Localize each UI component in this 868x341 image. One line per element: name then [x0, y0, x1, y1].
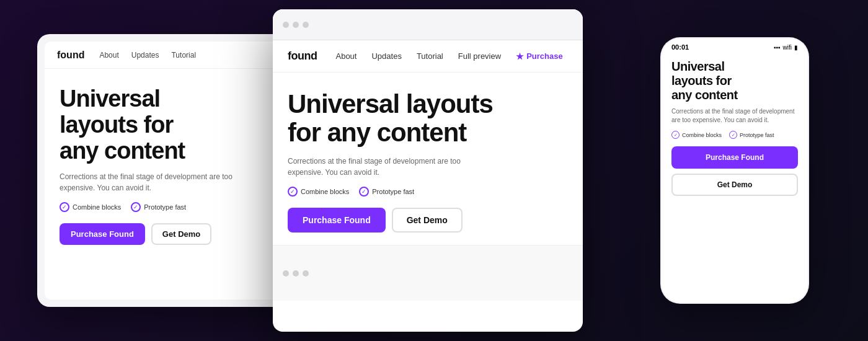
phone-check-2: ✓	[729, 131, 737, 139]
browser-nav-about[interactable]: About	[335, 51, 356, 61]
tablet-logo: found	[57, 50, 84, 61]
tablet-hero-subtitle: Corrections at the final stage of develo…	[60, 171, 246, 193]
browser-feature-prototype: ✓ Prototype fast	[359, 187, 414, 197]
browser-dot-green	[303, 22, 309, 28]
phone-status-icons: ▪▪▪ wifi ▮	[774, 44, 798, 51]
browser-nav-fullpreview[interactable]: Full preview	[458, 51, 501, 61]
browser-bottom-dot-1	[283, 270, 289, 277]
browser-nav: found About Updates Tutorial Full previe…	[273, 40, 583, 73]
tablet-nav-updates[interactable]: Updates	[131, 51, 159, 60]
tablet-feature-combine: ✓ Combine blocks	[60, 202, 121, 212]
phone-hero-subtitle: Corrections at the final stage of develo…	[671, 107, 798, 125]
browser-bottom-dot-3	[303, 270, 309, 277]
browser-feature-combine: ✓ Combine blocks	[288, 187, 349, 197]
browser-features: ✓ Combine blocks ✓ Prototype fast	[288, 187, 568, 197]
tablet-feature-prototype: ✓ Prototype fast	[131, 202, 186, 212]
browser-nav-tutorial[interactable]: Tutorial	[417, 51, 443, 61]
check-icon-browser-2: ✓	[359, 187, 369, 197]
phone-btn-group: Purchase Found Get Demo	[671, 146, 798, 196]
tablet-demo-button[interactable]: Get Demo	[151, 223, 211, 245]
browser-content: found About Updates Tutorial Full previe…	[273, 40, 583, 332]
check-icon-browser-1: ✓	[288, 187, 298, 197]
phone-wifi-icon: wifi	[783, 44, 792, 51]
browser-hero-title: Universal layoutsfor any content	[288, 90, 568, 147]
phone-hero-title: Universallayouts forany content	[671, 60, 798, 102]
phone-demo-button[interactable]: Get Demo	[671, 174, 798, 196]
check-icon-1: ✓	[60, 202, 69, 212]
phone-status-bar: 00:01 ▪▪▪ wifi ▮	[662, 38, 808, 53]
browser-nav-purchase-label: Purchase	[526, 51, 563, 61]
phone-feature-prototype: ✓ Prototype fast	[729, 131, 774, 139]
tablet-feature-label-2: Prototype fast	[144, 203, 186, 211]
browser-nav-purchase[interactable]: ★ Purchase	[516, 51, 563, 61]
browser-nav-updates[interactable]: Updates	[371, 51, 401, 61]
browser-feature-label-2: Prototype fast	[372, 188, 414, 195]
browser-bottom-dot-2	[293, 270, 299, 277]
browser-dot-red	[283, 22, 289, 28]
tablet-purchase-button[interactable]: Purchase Found	[60, 223, 145, 245]
phone-feature-label-2: Prototype fast	[740, 132, 774, 138]
phone-purchase-button[interactable]: Purchase Found	[671, 146, 798, 169]
phone-signal-icon: ▪▪▪	[774, 44, 781, 51]
phone-feature-combine: ✓ Combine blocks	[671, 131, 722, 139]
browser-hero-subtitle: Corrections at the final stage of develo…	[288, 156, 474, 178]
phone-hero: Universallayouts forany content Correcti…	[662, 53, 808, 303]
tablet-nav-about[interactable]: About	[99, 51, 118, 60]
browser-demo-button[interactable]: Get Demo	[392, 208, 463, 232]
phone-screen: 00:01 ▪▪▪ wifi ▮ Universallayouts forany…	[662, 38, 808, 303]
browser-bottom-bar	[273, 245, 583, 301]
phone-check-1: ✓	[671, 131, 680, 139]
phone-features: ✓ Combine blocks ✓ Prototype fast	[671, 131, 798, 139]
check-icon-2: ✓	[131, 202, 141, 212]
tablet-nav-tutorial[interactable]: Tutorial	[171, 51, 196, 60]
browser-btn-row: Purchase Found Get Demo	[288, 208, 568, 232]
browser-dot-yellow	[293, 22, 299, 28]
tablet-feature-label-1: Combine blocks	[73, 203, 121, 211]
scene: found About Updates Tutorial Universalla…	[0, 0, 868, 341]
browser-logo: found	[288, 50, 317, 63]
phone-feature-label-1: Combine blocks	[682, 132, 722, 138]
browser-device: found About Updates Tutorial Full previe…	[273, 9, 583, 332]
star-icon: ★	[516, 51, 524, 61]
phone-time: 00:01	[671, 43, 689, 51]
browser-feature-label-1: Combine blocks	[301, 188, 349, 195]
browser-hero: Universal layoutsfor any content Correct…	[273, 73, 583, 245]
browser-purchase-button[interactable]: Purchase Found	[288, 208, 386, 232]
phone-battery-icon: ▮	[794, 44, 798, 51]
browser-toolbar	[273, 9, 583, 40]
phone-device: 00:01 ▪▪▪ wifi ▮ Universallayouts forany…	[660, 37, 809, 304]
